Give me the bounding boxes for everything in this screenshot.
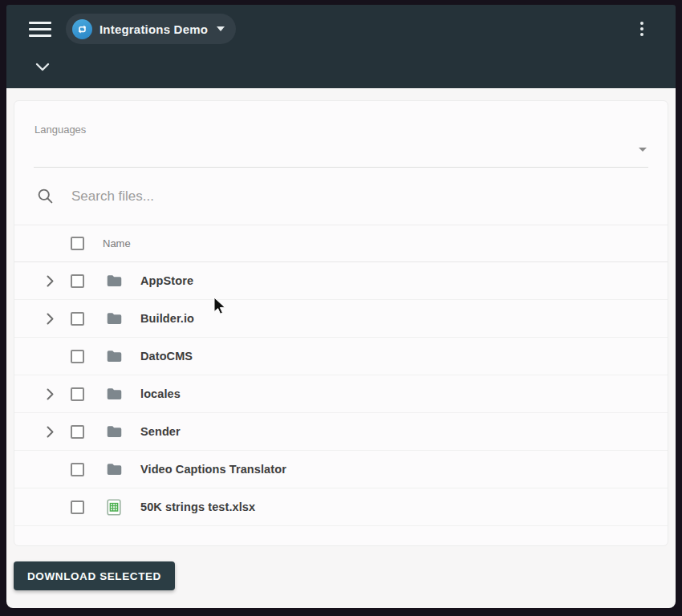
table-row[interactable]: DatoCMS [14, 338, 668, 375]
file-list: AppStore Builder.io [14, 262, 668, 526]
chevron-right-icon[interactable] [47, 388, 54, 400]
download-selected-button[interactable]: DOWNLOAD SELECTED [14, 561, 175, 590]
folder-icon [106, 349, 123, 363]
row-checkbox[interactable] [71, 463, 84, 476]
row-checkbox[interactable] [71, 425, 84, 439]
hamburger-menu-icon[interactable] [29, 22, 51, 37]
file-browser-card: Languages Name [14, 100, 668, 546]
select-caret-icon [639, 148, 647, 152]
sync-arrows-icon [72, 19, 92, 39]
folder-icon [106, 387, 123, 401]
chevron-down-icon[interactable] [35, 63, 50, 71]
chevron-right-icon[interactable] [47, 275, 54, 287]
name-column-header: Name [103, 237, 131, 249]
chevron-right-icon[interactable] [47, 313, 54, 325]
folder-icon [106, 462, 123, 476]
search-input[interactable] [71, 188, 648, 205]
file-name: Builder.io [140, 312, 194, 325]
row-checkbox[interactable] [71, 500, 84, 514]
table-row[interactable]: Builder.io [14, 300, 668, 338]
file-name: Video Captions Translator [140, 463, 286, 476]
select-all-checkbox[interactable] [71, 237, 84, 250]
table-row[interactable]: 50K strings test.xlsx [14, 488, 668, 526]
folder-icon [106, 311, 123, 326]
row-checkbox[interactable] [71, 350, 84, 363]
vertical-dots-menu-icon[interactable] [635, 17, 648, 41]
app-window: Integrations Demo Languages [0, 0, 682, 616]
table-row[interactable]: AppStore [14, 262, 668, 300]
file-name: locales [140, 387, 181, 400]
folder-icon [106, 424, 123, 439]
file-name: DatoCMS [140, 350, 193, 363]
project-selector[interactable]: Integrations Demo [66, 14, 236, 44]
row-checkbox[interactable] [71, 312, 84, 326]
table-row[interactable]: locales [14, 375, 668, 413]
search-bar [14, 168, 668, 225]
caret-down-icon [217, 26, 225, 31]
table-row[interactable]: Sender [14, 413, 668, 451]
file-name: 50K strings test.xlsx [140, 500, 255, 513]
spreadsheet-file-icon [107, 499, 121, 516]
folder-icon [106, 274, 123, 288]
table-row[interactable]: Video Captions Translator [14, 451, 668, 488]
file-name: Sender [140, 425, 181, 438]
file-name: AppStore [140, 274, 193, 287]
page-body: Languages Name [6, 88, 676, 608]
row-checkbox[interactable] [71, 274, 84, 288]
chevron-right-icon[interactable] [47, 426, 54, 438]
row-checkbox[interactable] [71, 387, 84, 401]
project-title: Integrations Demo [99, 22, 208, 36]
languages-label: Languages [35, 124, 86, 136]
table-header-row: Name [14, 225, 668, 262]
languages-select[interactable]: Languages [34, 101, 648, 168]
search-icon [37, 188, 54, 205]
top-app-bar: Integrations Demo [6, 5, 676, 88]
